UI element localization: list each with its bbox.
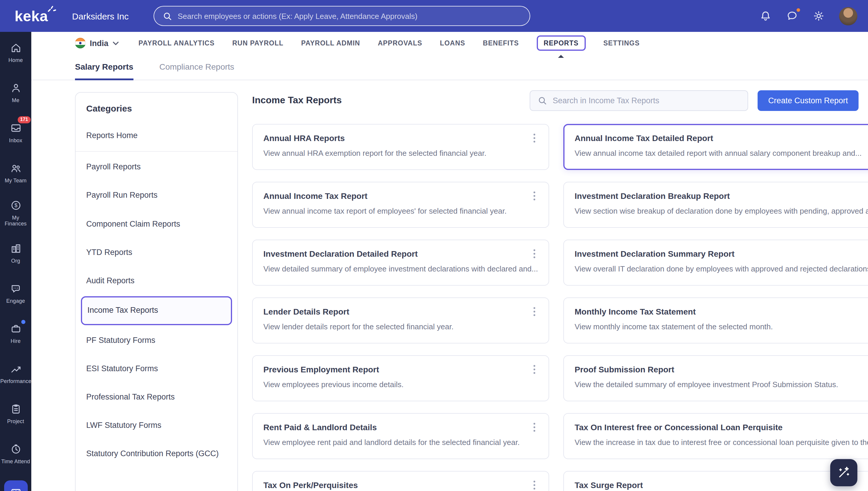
report-card-lender-details-report[interactable]: Lender Details Report View lender detail… — [252, 297, 549, 343]
sidebar-item-hire[interactable]: Hire — [0, 313, 31, 353]
keka-app: keka Darksiders Inc — [0, 0, 868, 491]
home-icon — [10, 40, 22, 55]
category-payroll-reports[interactable]: Payroll Reports — [76, 153, 237, 181]
report-card-annual-hra-reports[interactable]: Annual HRA Reports View annual HRA exemp… — [252, 124, 549, 170]
tab-settings[interactable]: SETTINGS — [604, 39, 640, 47]
subtab-salary-reports[interactable]: Salary Reports — [75, 54, 134, 80]
reports-header: Income Tax Reports Create Custom Report — [252, 90, 859, 111]
report-card-title: Investment Declaration Summary Report — [575, 249, 734, 259]
category-payroll-run-reports[interactable]: Payroll Run Reports — [76, 181, 237, 210]
report-card-tax-surge-report[interactable]: Tax Surge Report Here you can view the i… — [563, 471, 868, 491]
reports-search-input[interactable] — [553, 96, 740, 105]
reports-grid: Annual HRA Reports View annual HRA exemp… — [252, 124, 859, 491]
hire-icon — [10, 321, 22, 336]
report-card-previous-employment-report[interactable]: Previous Employment Report View employee… — [252, 355, 549, 401]
sidebar-item-performance[interactable]: Performance — [0, 353, 31, 393]
subtab-compliance-reports[interactable]: Compliance Reports — [160, 54, 234, 80]
sidebar-item-project[interactable]: Project — [0, 393, 31, 433]
kebab-menu-icon[interactable] — [531, 364, 538, 375]
global-search-input[interactable] — [178, 11, 522, 20]
report-card-tax-on-interest-free-loan-perquisite[interactable]: Tax On Interest free or Concessional Loa… — [563, 413, 868, 459]
tab-payroll-admin[interactable]: PAYROLL ADMIN — [301, 39, 360, 47]
sidebar-item-me[interactable]: Me — [0, 72, 31, 112]
category-income-tax-reports[interactable]: Income Tax Reports — [81, 296, 232, 325]
sidebar-item-my-team[interactable]: My Team — [0, 152, 31, 192]
payroll-icon — [4, 480, 27, 491]
sidebar-label: Me — [12, 98, 19, 104]
global-search[interactable] — [153, 6, 530, 26]
gear-icon[interactable] — [812, 9, 825, 22]
avatar[interactable] — [839, 7, 857, 25]
keka-logo-text: keka — [15, 7, 48, 24]
category-professional-tax-reports[interactable]: Professional Tax Reports — [76, 383, 237, 411]
category-audit-reports[interactable]: Audit Reports — [76, 267, 237, 295]
report-card-description: View the detailed summary of employee in… — [575, 380, 868, 389]
country-selector[interactable]: India — [75, 38, 118, 49]
magic-wand-icon — [837, 466, 851, 480]
chat-icon[interactable] — [786, 9, 798, 22]
category-ytd-reports[interactable]: YTD Reports — [76, 238, 237, 267]
report-card-rent-paid-landlord-details[interactable]: Rent Paid & Landlord Details View employ… — [252, 413, 549, 459]
ai-assistant-fab[interactable] — [830, 459, 857, 486]
report-card-description: View section wise breakup of declaration… — [575, 206, 868, 215]
tab-run-payroll[interactable]: RUN PAYROLL — [232, 39, 283, 47]
kebab-menu-icon[interactable] — [531, 480, 538, 490]
notification-dot — [796, 8, 801, 12]
report-card-title: Annual Income Tax Detailed Report — [575, 133, 713, 143]
report-card-title: Monthly Income Tax Statement — [575, 306, 696, 317]
report-card-annual-income-tax-detailed-report[interactable]: Annual Income Tax Detailed Report View a… — [563, 124, 868, 170]
report-card-description: View monthly income tax statement of the… — [575, 322, 868, 331]
reports-search[interactable] — [530, 90, 748, 111]
report-card-monthly-income-tax-statement[interactable]: Monthly Income Tax Statement View monthl… — [563, 297, 868, 343]
finances-icon: $ — [10, 198, 22, 212]
user-icon — [10, 81, 22, 95]
sidebar-item-engage[interactable]: Engage — [0, 272, 31, 313]
kebab-menu-icon[interactable] — [531, 422, 538, 433]
category-statutory-contribution-reports-gcc[interactable]: Statutory Contribution Reports (GCC) — [76, 440, 237, 468]
content-area: Categories Reports Home Payroll Reports … — [31, 80, 868, 491]
category-pf-statutory-forms[interactable]: PF Statutory Forms — [76, 326, 237, 354]
bell-icon[interactable] — [759, 9, 772, 22]
report-card-annual-income-tax-report[interactable]: Annual Income Tax Report View annual inc… — [252, 182, 549, 228]
tab-loans[interactable]: LOANS — [440, 39, 465, 47]
report-card-proof-submission-report[interactable]: Proof Submission Report View the detaile… — [563, 355, 868, 401]
report-card-investment-declaration-summary-report[interactable]: Investment Declaration Summary Report Vi… — [563, 239, 868, 286]
sidebar-item-time-attend[interactable]: Time Attend — [0, 433, 31, 473]
sidebar-item-home[interactable]: Home — [0, 32, 31, 72]
report-card-investment-declaration-breakup-report[interactable]: Investment Declaration Breakup Report Vi… — [563, 182, 868, 228]
category-lwf-statutory-forms[interactable]: LWF Statutory Forms — [76, 411, 237, 440]
sidebar-label: Org — [11, 258, 20, 264]
sidebar-item-inbox[interactable]: 171 Inbox — [0, 112, 31, 152]
sidebar-label: Engage — [6, 298, 25, 304]
kebab-menu-icon[interactable] — [531, 191, 538, 201]
kebab-menu-icon[interactable] — [531, 306, 538, 317]
category-reports-home[interactable]: Reports Home — [76, 121, 237, 150]
tab-payroll-analytics[interactable]: PAYROLL ANALYTICS — [138, 39, 215, 47]
main-area: India PAYROLL ANALYTICS RUN PAYROLL PAYR… — [31, 32, 868, 491]
report-card-title: Previous Employment Report — [263, 364, 379, 375]
kebab-menu-icon[interactable] — [531, 249, 538, 259]
sidebar-item-my-finances[interactable]: $ My Finances — [0, 192, 31, 233]
report-card-description: View employee rent paid and landlord det… — [263, 438, 538, 447]
kebab-menu-icon[interactable] — [531, 133, 538, 143]
report-card-title: Investment Declaration Detailed Report — [263, 249, 418, 259]
page-title: Income Tax Reports — [252, 95, 342, 106]
tab-benefits[interactable]: BENEFITS — [483, 39, 519, 47]
report-card-tax-on-perk-perquisites[interactable]: Tax On Perk/Perquisites View tax on perq… — [252, 471, 549, 491]
reports-section: Income Tax Reports Create Custom Report … — [252, 90, 859, 491]
keka-logo[interactable]: keka — [0, 8, 63, 23]
category-esi-statutory-forms[interactable]: ESI Statutory Forms — [76, 355, 237, 383]
sidebar-label: Hire — [11, 339, 21, 344]
report-card-title: Proof Submission Report — [575, 364, 674, 375]
sidebar-item-org[interactable]: Org — [0, 233, 31, 272]
report-card-title: Tax On Perk/Perquisites — [263, 480, 358, 490]
category-component-claim-reports[interactable]: Component Claim Reports — [76, 210, 237, 238]
divider — [76, 151, 237, 152]
tab-reports[interactable]: REPORTS — [536, 35, 585, 51]
sidebar-item-payroll[interactable] — [0, 473, 31, 491]
report-card-description: View overall IT declaration done by empl… — [575, 264, 868, 273]
create-custom-report-button[interactable]: Create Custom Report — [758, 90, 859, 111]
sidebar-label: Project — [7, 419, 24, 425]
tab-approvals[interactable]: APPROVALS — [378, 39, 422, 47]
report-card-investment-declaration-detailed-report[interactable]: Investment Declaration Detailed Report V… — [252, 239, 549, 286]
